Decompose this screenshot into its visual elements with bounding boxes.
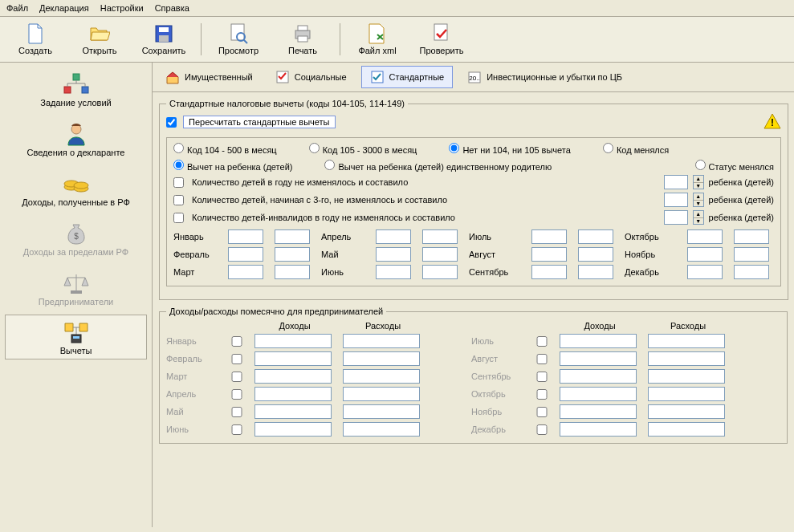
open-button[interactable]: Открыть: [67, 22, 132, 57]
month-jun-input2[interactable]: [422, 265, 458, 279]
sidebar-item-deductions[interactable]: Вычеты: [5, 315, 147, 359]
month-jan-input1[interactable]: [228, 229, 263, 244]
month-aug-input1[interactable]: [531, 247, 567, 262]
childcount3-spinner[interactable]: ▲▼: [693, 210, 704, 225]
radio-childded-single[interactable]: Вычет на ребенка (детей) единственному р…: [324, 160, 552, 172]
ent-may-income[interactable]: [254, 404, 332, 419]
ent-jul-expense[interactable]: [648, 334, 725, 348]
ent-oct-check[interactable]: [535, 389, 548, 400]
sidebar-item-conditions[interactable]: Задание условий: [0, 66, 152, 112]
month-sep-input2[interactable]: [578, 265, 613, 279]
ent-may-check[interactable]: [230, 407, 243, 417]
month-may-input2[interactable]: [422, 247, 458, 262]
radio-childded[interactable]: Вычет на ребенка (детей): [173, 160, 292, 172]
ent-jun-expense[interactable]: [343, 422, 420, 437]
tab-property[interactable]: Имущественный: [157, 67, 261, 87]
ent-mar-check[interactable]: [230, 372, 243, 382]
ent-jun-check[interactable]: [230, 424, 243, 435]
month-sep-input1[interactable]: [531, 265, 567, 279]
month-dec-input2[interactable]: [734, 265, 769, 279]
sidebar-item-entrepreneurs[interactable]: Предприниматели: [0, 265, 152, 311]
ent-nov-expense[interactable]: [648, 404, 725, 419]
ent-nov-check[interactable]: [535, 407, 548, 417]
ent-apr-check[interactable]: [230, 389, 243, 400]
month-nov-input2[interactable]: [734, 247, 769, 262]
ent-jul-check[interactable]: [535, 336, 548, 347]
ent-feb-expense[interactable]: [343, 351, 420, 366]
sidebar-item-income-rf[interactable]: Доходы, полученные в РФ: [0, 165, 152, 212]
ent-sep-expense[interactable]: [648, 369, 725, 384]
month-may-input1[interactable]: [376, 247, 411, 262]
menu-file[interactable]: Файл: [6, 3, 28, 13]
ent-aug-expense[interactable]: [648, 351, 725, 366]
ent-oct-income[interactable]: [560, 387, 637, 401]
menu-declaration[interactable]: Декларация: [39, 3, 89, 13]
month-feb-input1[interactable]: [228, 247, 263, 262]
childcount3-input[interactable]: [664, 210, 688, 225]
month-dec-input1[interactable]: [687, 265, 723, 279]
ent-oct-expense[interactable]: [648, 387, 725, 401]
month-apr-input1[interactable]: [376, 229, 411, 244]
menu-settings[interactable]: Настройки: [100, 3, 144, 13]
ent-mar-income[interactable]: [254, 369, 332, 384]
radio-statuschanged[interactable]: Статус менялся: [695, 160, 774, 172]
radio-code104[interactable]: Код 104 - 500 в месяц: [173, 143, 277, 155]
ent-apr-income[interactable]: [254, 387, 332, 401]
childcount1-checkbox[interactable]: [173, 177, 184, 188]
preview-button[interactable]: Просмотр: [206, 22, 271, 57]
month-nov-input1[interactable]: [687, 247, 723, 262]
tab-standard[interactable]: Стандартные: [361, 66, 454, 88]
childcount2-spinner[interactable]: ▲▼: [693, 193, 704, 207]
ent-dec-income[interactable]: [560, 422, 637, 437]
ent-aug-income[interactable]: [560, 351, 637, 366]
ent-sep-income[interactable]: [560, 369, 637, 384]
month-jan-input2[interactable]: [275, 229, 310, 244]
radio-code105[interactable]: Код 105 - 3000 в месяц: [309, 143, 417, 155]
sidebar-item-income-abroad[interactable]: $ Доходы за пределами РФ: [0, 215, 152, 262]
month-feb-input2[interactable]: [275, 247, 310, 262]
month-oct-input1[interactable]: [687, 229, 723, 244]
recalc-checkbox[interactable]: [166, 117, 177, 128]
menu-help[interactable]: Справка: [155, 3, 189, 13]
filexml-button[interactable]: Файл xml: [345, 22, 409, 57]
ent-aug-check[interactable]: [535, 354, 548, 364]
menubar: Файл Декларация Настройки Справка: [0, 0, 794, 17]
ent-apr-expense[interactable]: [343, 387, 420, 401]
month-aug-input2[interactable]: [578, 247, 613, 262]
ent-jan-check[interactable]: [230, 336, 243, 347]
sidebar-item-declarant[interactable]: Сведения о декларанте: [0, 116, 152, 162]
ent-jan-income[interactable]: [254, 334, 332, 348]
ent-feb-income[interactable]: [254, 351, 332, 366]
month-jul-input1[interactable]: [531, 229, 567, 244]
radio-codenone[interactable]: Нет ни 104, ни 105 вычета: [449, 143, 570, 155]
tab-invest[interactable]: 20.. Инвестиционные и убытки по ЦБ: [459, 67, 630, 87]
childcount1-input[interactable]: [664, 175, 688, 189]
month-mar-input1[interactable]: [228, 265, 263, 279]
childcount1-spinner[interactable]: ▲▼: [693, 175, 704, 189]
radio-codechanged[interactable]: Код менялся: [603, 143, 669, 155]
childcount2-checkbox[interactable]: [173, 195, 184, 205]
print-button[interactable]: Печать: [271, 22, 335, 57]
ent-jun-income[interactable]: [254, 422, 332, 437]
childcount2-input[interactable]: [664, 193, 688, 207]
month-jun-input1[interactable]: [376, 265, 411, 279]
scales-icon: [60, 270, 92, 297]
create-button[interactable]: Создать: [3, 22, 67, 57]
save-button[interactable]: Сохранить: [132, 22, 196, 57]
ent-may-expense[interactable]: [343, 404, 420, 419]
ent-nov-income[interactable]: [560, 404, 637, 419]
ent-dec-expense[interactable]: [648, 422, 725, 437]
month-mar-input2[interactable]: [275, 265, 310, 279]
ent-dec-check[interactable]: [535, 424, 548, 435]
month-apr-input2[interactable]: [422, 229, 458, 244]
ent-mar-expense[interactable]: [343, 369, 420, 384]
month-jul-input2[interactable]: [578, 229, 613, 244]
childcount3-checkbox[interactable]: [173, 213, 184, 223]
month-oct-input2[interactable]: [734, 229, 769, 244]
ent-jul-income[interactable]: [560, 334, 637, 348]
ent-jan-expense[interactable]: [343, 334, 420, 348]
ent-sep-check[interactable]: [535, 372, 548, 382]
tab-social[interactable]: Социальные: [267, 67, 355, 87]
ent-feb-check[interactable]: [230, 354, 243, 364]
check-button[interactable]: Проверить: [409, 22, 474, 57]
